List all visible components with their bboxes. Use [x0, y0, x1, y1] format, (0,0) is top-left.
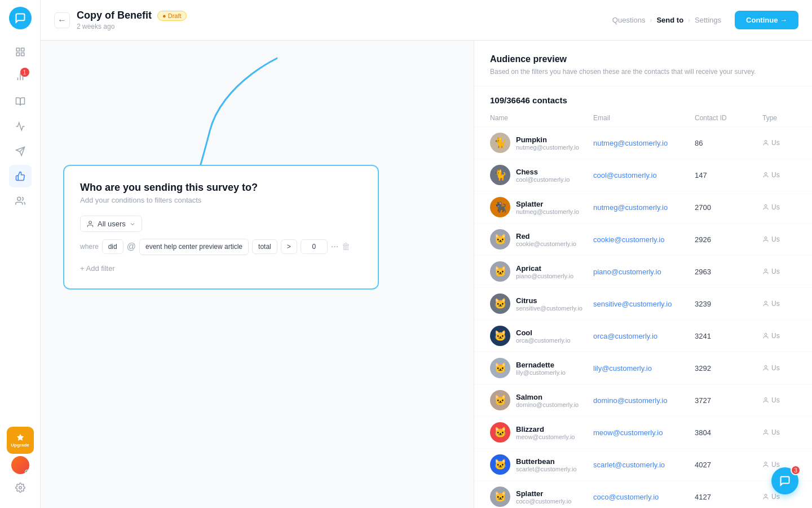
svg-point-9 — [89, 221, 92, 224]
contact-avatar: 🐱 — [490, 422, 510, 443]
table-row[interactable]: 🐱 Bernadette lily@customerly.io lily@cus… — [474, 352, 812, 384]
sidebar-item-grid[interactable] — [9, 41, 32, 63]
svg-point-11 — [765, 173, 767, 175]
page-title: Copy of Benefit ● Draft — [77, 10, 612, 21]
table-row[interactable]: 🐈 Pumpkin nutmeg@customerly.io nutmeg@cu… — [474, 126, 812, 159]
chat-bubble-button[interactable]: 3 — [771, 467, 798, 494]
col-type: Type — [762, 114, 796, 122]
contact-info: 🐱 Butterbean scarlet@customerly.io — [490, 454, 593, 475]
table-row[interactable]: 🐱 Red cookie@customerly.io cookie@custom… — [474, 223, 812, 255]
table-row[interactable]: 🐱 Cool orca@customerly.io orca@customerl… — [474, 319, 812, 352]
activity-badge: 1 — [20, 68, 29, 77]
filter-title: Who are you sending this survey to? — [80, 182, 362, 194]
sidebar-item-users[interactable] — [9, 190, 32, 212]
contact-email-link[interactable]: piano@customerly.io — [593, 268, 695, 276]
contact-name: Red — [516, 232, 576, 240]
svg-rect-2 — [16, 53, 19, 56]
contact-name: Bernadette — [516, 361, 566, 369]
svg-point-17 — [765, 366, 767, 368]
condition-total[interactable]: total — [252, 239, 277, 254]
condition-value[interactable] — [301, 239, 328, 254]
delete-filter-icon[interactable]: 🗑 — [342, 242, 351, 252]
contact-email-link[interactable]: nutmeg@customerly.io — [593, 139, 695, 147]
add-filter-button[interactable]: + Add filter — [80, 264, 362, 273]
table-row[interactable]: 🐱 Salmon domino@customerly.io domino@cus… — [474, 384, 812, 416]
nav-step-sendto[interactable]: Send to — [656, 16, 683, 24]
contact-avatar: 🐈 — [490, 165, 510, 185]
contact-type: Us — [762, 268, 796, 275]
contact-id: 147 — [695, 171, 762, 179]
contact-email-sub: scarlet@customerly.io — [516, 466, 577, 472]
sidebar-item-activity[interactable]: 1 — [9, 65, 32, 88]
contact-email-link[interactable]: coco@customerly.io — [593, 493, 695, 501]
contact-id: 3727 — [695, 396, 762, 405]
contact-email-link[interactable]: orca@customerly.io — [593, 332, 695, 340]
sidebar-item-settings[interactable] — [9, 476, 32, 499]
contact-email-link[interactable]: lily@customerly.io — [593, 364, 695, 373]
contact-type: Us — [762, 235, 796, 243]
more-options-icon[interactable]: ··· — [331, 242, 338, 252]
continue-button[interactable]: Continue → — [735, 11, 798, 29]
online-indicator — [25, 470, 29, 474]
audience-dropdown[interactable]: All users — [80, 216, 142, 232]
contact-email-sub: domino@customerly.io — [516, 401, 579, 408]
contact-info: 🐈 Chess cool@customerly.io — [490, 165, 593, 185]
contact-name: Blizzard — [516, 425, 575, 433]
sidebar-logo[interactable] — [9, 7, 32, 29]
contact-email-link[interactable]: domino@customerly.io — [593, 396, 695, 405]
contact-email-sub: nutmeg@customerly.io — [516, 144, 579, 151]
header-subtitle: 2 weeks ago — [77, 23, 612, 30]
contacts-count: 109/36646 contacts — [474, 86, 812, 110]
contact-id: 2700 — [695, 203, 762, 212]
contact-avatar: 🐱 — [490, 454, 510, 475]
sidebar-item-thumb[interactable] — [9, 165, 32, 187]
contact-type: Us — [762, 171, 796, 179]
audience-selector-row: All users — [80, 216, 362, 232]
contact-email-sub: lily@customerly.io — [516, 369, 566, 376]
user-avatar[interactable] — [11, 456, 29, 474]
contact-email-sub: piano@customerly.io — [516, 273, 573, 279]
contact-info: 🐱 Red cookie@customerly.io — [490, 229, 593, 249]
svg-point-15 — [765, 301, 767, 304]
sidebar-item-chart[interactable] — [9, 115, 32, 138]
table-row[interactable]: 🐱 Citrus sensitive@customerly.io sensiti… — [474, 287, 812, 319]
contact-email-link[interactable]: cool@customerly.io — [593, 171, 695, 179]
sidebar-item-book[interactable] — [9, 90, 32, 113]
contact-avatar: 🐱 — [490, 261, 510, 282]
contact-email-link[interactable]: cookie@customerly.io — [593, 235, 695, 244]
contact-name: Citrus — [516, 296, 582, 305]
condition-operator[interactable]: > — [281, 239, 297, 254]
condition-event[interactable]: event help center preview article — [139, 239, 249, 255]
nav-step-settings[interactable]: Settings — [695, 16, 721, 24]
contact-info: 🐱 Apricat piano@customerly.io — [490, 261, 593, 282]
table-row[interactable]: 🐈‍⬛ Splatter nutmeg@customerly.io nutmeg… — [474, 191, 812, 223]
contact-email-sub: coco@customerly.io — [516, 498, 571, 505]
contact-email-link[interactable]: sensitive@customerly.io — [593, 300, 695, 308]
contact-email-sub: nutmeg@customerly.io — [516, 208, 579, 215]
svg-point-13 — [765, 237, 767, 239]
table-row[interactable]: 🐱 Splatter coco@customerly.io coco@custo… — [474, 480, 812, 508]
contact-id: 2963 — [695, 268, 762, 276]
contact-avatar: 🐈‍⬛ — [490, 197, 510, 217]
contact-info: 🐱 Splatter coco@customerly.io — [490, 487, 593, 507]
table-row[interactable]: 🐱 Blizzard meow@customerly.io meow@custo… — [474, 416, 812, 448]
contact-id: 86 — [695, 139, 762, 147]
main-content: ← Copy of Benefit ● Draft 2 weeks ago Qu… — [41, 0, 812, 508]
contact-email-link[interactable]: meow@customerly.io — [593, 428, 695, 437]
contact-email-sub: sensitive@customerly.io — [516, 305, 582, 312]
contact-avatar: 🐱 — [490, 358, 510, 378]
svg-point-16 — [765, 334, 767, 336]
back-button[interactable]: ← — [54, 12, 70, 28]
condition-did[interactable]: did — [102, 239, 123, 254]
contact-email-link[interactable]: scarlet@customerly.io — [593, 461, 695, 469]
table-row[interactable]: 🐱 Apricat piano@customerly.io piano@cust… — [474, 255, 812, 287]
upgrade-button[interactable]: Upgrade — [7, 427, 34, 454]
table-row[interactable]: 🐈 Chess cool@customerly.io cool@customer… — [474, 159, 812, 191]
svg-rect-3 — [21, 53, 24, 56]
nav-step-questions[interactable]: Questions — [612, 16, 646, 24]
table-row[interactable]: 🐱 Butterbean scarlet@customerly.io scarl… — [474, 448, 812, 480]
nav-arrow-2: › — [688, 16, 690, 24]
contact-type: Us — [762, 428, 796, 436]
contact-email-link[interactable]: nutmeg@customerly.io — [593, 203, 695, 212]
sidebar-item-send[interactable] — [9, 140, 32, 163]
